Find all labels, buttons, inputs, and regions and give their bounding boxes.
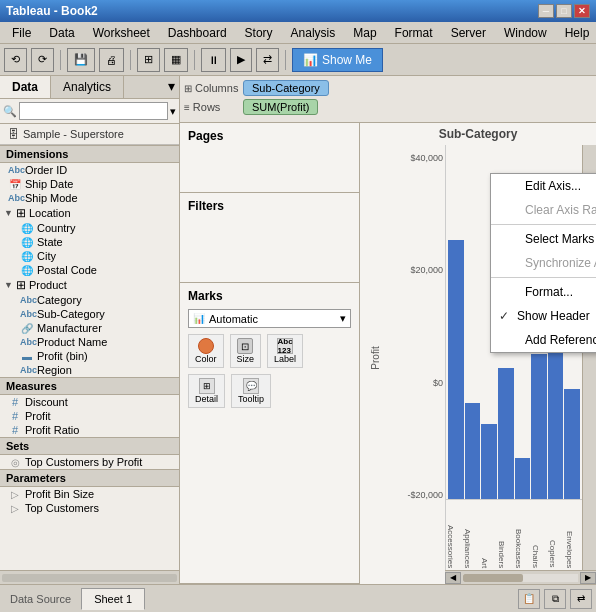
tooltip-button[interactable]: 💬 Tooltip xyxy=(231,374,271,408)
param-profit-bin-size[interactable]: ▷ Profit Bin Size xyxy=(0,487,179,501)
tab-analytics[interactable]: Analytics xyxy=(51,76,124,98)
context-show-header[interactable]: ✓ Show Header xyxy=(491,304,596,328)
scroll-thumb[interactable] xyxy=(463,574,523,582)
panel-menu-btn[interactable]: ▾ xyxy=(164,76,179,98)
group-location[interactable]: ▼ ⊞ Location xyxy=(0,205,179,221)
measure-profit[interactable]: # Profit xyxy=(0,409,179,423)
measure-profit-ratio[interactable]: # Profit Ratio xyxy=(0,423,179,437)
menu-story[interactable]: Story xyxy=(237,24,281,42)
menu-dashboard[interactable]: Dashboard xyxy=(160,24,235,42)
zero-line xyxy=(446,499,582,500)
context-edit-axis[interactable]: Edit Axis... xyxy=(491,174,596,198)
context-format[interactable]: Format... xyxy=(491,280,596,304)
toolbar-connect[interactable]: ⊞ xyxy=(137,48,160,72)
menu-data[interactable]: Data xyxy=(41,24,82,42)
left-panel-scrollbar[interactable] xyxy=(0,570,179,584)
chart-title: Sub-Category xyxy=(360,123,596,145)
marks-type-label: Automatic xyxy=(205,313,340,325)
dim-manufacturer[interactable]: 🔗 Manufacturer xyxy=(0,321,179,335)
toolbar-print[interactable]: 🖨 xyxy=(99,48,124,72)
menu-worksheet[interactable]: Worksheet xyxy=(85,24,158,42)
param-top-customers[interactable]: ▷ Top Customers xyxy=(0,501,179,515)
menu-map[interactable]: Map xyxy=(345,24,384,42)
size-label: Size xyxy=(237,354,255,364)
search-options-icon[interactable]: ▾ xyxy=(170,105,176,118)
columns-shelf: ⊞ Columns Sub-Category xyxy=(184,80,592,96)
toolbar-swap[interactable]: ⇄ xyxy=(256,48,279,72)
duplicate-worksheet-btn[interactable]: ⧉ xyxy=(544,589,566,609)
toolbar-save[interactable]: 💾 xyxy=(67,48,95,72)
detail-button[interactable]: ⊞ Detail xyxy=(188,374,225,408)
menu-help[interactable]: Help xyxy=(557,24,596,42)
label-icon: Abc123 xyxy=(277,338,293,354)
show-me-button[interactable]: 📊 Show Me xyxy=(292,48,383,72)
bar-binders xyxy=(498,368,514,500)
measure-label: Discount xyxy=(25,396,68,408)
tab-data[interactable]: Data xyxy=(0,76,51,98)
datasource-tab-label[interactable]: Data Source xyxy=(4,593,77,605)
swap-rows-cols-btn[interactable]: ⇄ xyxy=(570,589,592,609)
globe-icon: 🌐 xyxy=(20,265,34,276)
context-sync-axis: Synchronize Axis xyxy=(491,251,596,275)
dim-ship-mode[interactable]: Abc Ship Mode xyxy=(0,191,179,205)
calendar-icon: 📅 xyxy=(8,179,22,190)
toolbar-redo[interactable]: ⟳ xyxy=(31,48,54,72)
toolbar-undo[interactable]: ⟲ xyxy=(4,48,27,72)
dim-category[interactable]: Abc Category xyxy=(0,293,179,307)
menu-window[interactable]: Window xyxy=(496,24,555,42)
context-add-reference[interactable]: Add Reference Line xyxy=(491,328,596,352)
dim-profit-bin[interactable]: ▬ Profit (bin) xyxy=(0,349,179,363)
menu-format[interactable]: Format xyxy=(387,24,441,42)
chart-scrollbar-h[interactable]: ◀ ▶ xyxy=(445,570,596,584)
measure-discount[interactable]: # Discount xyxy=(0,395,179,409)
dim-state[interactable]: 🌐 State xyxy=(0,235,179,249)
menu-file[interactable]: File xyxy=(4,24,39,42)
check-icon: ✓ xyxy=(499,309,511,323)
expand-arrow-icon: ▼ xyxy=(4,280,13,290)
dim-postal-code[interactable]: 🌐 Postal Code xyxy=(0,263,179,277)
marks-buttons: Color ⊡ Size Abc123 Label xyxy=(188,334,351,368)
new-worksheet-btn[interactable]: 📋 xyxy=(518,589,540,609)
dim-country[interactable]: 🌐 Country xyxy=(0,221,179,235)
search-input[interactable] xyxy=(19,102,168,120)
menu-server[interactable]: Server xyxy=(443,24,494,42)
scroll-right-btn[interactable]: ▶ xyxy=(580,572,596,584)
dim-subcategory[interactable]: Abc Sub-Category xyxy=(0,307,179,321)
toolbar-extract[interactable]: ▦ xyxy=(164,48,188,72)
scroll-track xyxy=(463,574,578,582)
scroll-left-btn[interactable]: ◀ xyxy=(445,572,461,584)
group-icon: ⊞ xyxy=(16,278,26,292)
dim-city[interactable]: 🌐 City xyxy=(0,249,179,263)
hash-icon: # xyxy=(8,396,22,408)
dim-order-id[interactable]: Abc Order ID xyxy=(0,163,179,177)
context-item-label: Show Header xyxy=(517,309,590,323)
dim-label: City xyxy=(37,250,56,262)
datasource-item[interactable]: 🗄 Sample - Superstore xyxy=(0,124,179,145)
menu-analysis[interactable]: Analysis xyxy=(283,24,344,42)
maximize-button[interactable]: □ xyxy=(556,4,572,18)
dim-ship-date[interactable]: 📅 Ship Date xyxy=(0,177,179,191)
label-button[interactable]: Abc123 Label xyxy=(267,334,303,368)
toolbar-sep-2 xyxy=(130,50,131,70)
marks-type-dropdown[interactable]: 📊 Automatic ▾ xyxy=(188,309,351,328)
rows-pill[interactable]: SUM(Profit) xyxy=(243,99,318,115)
toolbar-pause[interactable]: ⏸ xyxy=(201,48,226,72)
group-product[interactable]: ▼ ⊞ Product xyxy=(0,277,179,293)
minimize-button[interactable]: ─ xyxy=(538,4,554,18)
toolbar-run[interactable]: ▶ xyxy=(230,48,252,72)
sheet-tab-1[interactable]: Sheet 1 xyxy=(81,588,145,610)
detail-label: Detail xyxy=(195,394,218,404)
canvas-area: Pages Filters Marks 📊 Automatic ▾ xyxy=(180,123,596,584)
columns-icon: ⊞ xyxy=(184,83,192,94)
context-select-marks[interactable]: Select Marks xyxy=(491,227,596,251)
color-button[interactable]: Color xyxy=(188,334,224,368)
toolbar-sep-3 xyxy=(194,50,195,70)
context-item-label: Select Marks xyxy=(525,232,594,246)
dim-region[interactable]: Abc Region xyxy=(0,363,179,377)
dim-product-name[interactable]: Abc Product Name xyxy=(0,335,179,349)
size-button[interactable]: ⊡ Size xyxy=(230,334,262,368)
columns-pill[interactable]: Sub-Category xyxy=(243,80,329,96)
x-label-binders: Binders xyxy=(497,500,514,570)
set-top-customers[interactable]: ◎ Top Customers by Profit xyxy=(0,455,179,469)
close-button[interactable]: ✕ xyxy=(574,4,590,18)
